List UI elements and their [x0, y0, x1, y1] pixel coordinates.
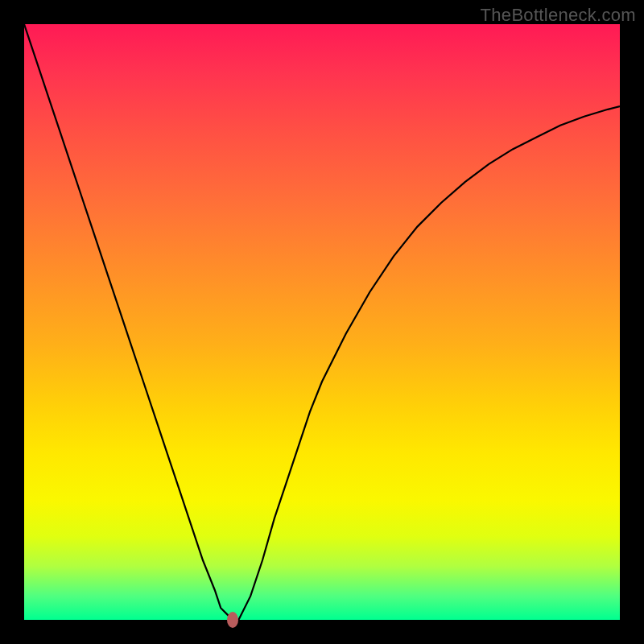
chart-container: TheBottleneck.com [0, 0, 644, 644]
bottleneck-curve [24, 24, 620, 620]
plot-area [24, 24, 620, 620]
minimum-marker [227, 612, 238, 628]
curve-path [24, 24, 620, 620]
watermark-text: TheBottleneck.com [481, 5, 636, 26]
